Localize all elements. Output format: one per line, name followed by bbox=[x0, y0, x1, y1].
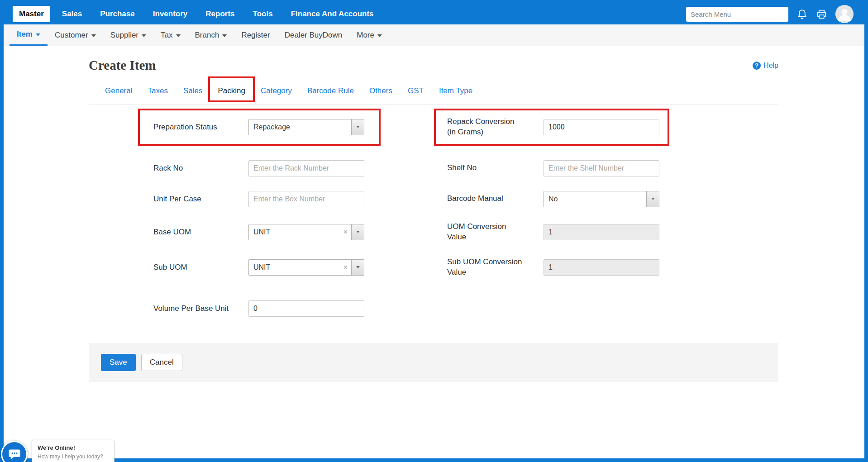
top-navigation-bar: Master Sales Purchase Inventory Reports … bbox=[4, 4, 864, 24]
topbar-right-group bbox=[686, 5, 854, 23]
tab-packing[interactable]: Packing bbox=[210, 83, 253, 99]
form-row: Base UOM UNIT × UOM Conversion Value bbox=[153, 222, 778, 243]
preparation-status-value: Repackage bbox=[253, 123, 351, 131]
uom-conversion-value-input bbox=[544, 224, 659, 240]
dropdown-arrow-icon[interactable] bbox=[646, 191, 659, 207]
unit-per-case-input[interactable] bbox=[248, 191, 364, 207]
topnav-item-reports[interactable]: Reports bbox=[199, 6, 241, 22]
tab-item-type[interactable]: Item Type bbox=[431, 83, 480, 99]
volume-per-base-unit-input[interactable] bbox=[248, 300, 364, 317]
dropdown-arrow-icon[interactable] bbox=[351, 224, 364, 240]
tab-others[interactable]: Others bbox=[362, 83, 400, 99]
base-uom-select[interactable]: UNIT × bbox=[248, 224, 364, 240]
subnav-item-label: Branch bbox=[195, 31, 219, 40]
subnav-item-label: Customer bbox=[55, 31, 88, 40]
barcode-manual-label: Barcode Manual bbox=[447, 194, 524, 204]
form-row: Unit Per Case Barcode Manual No bbox=[153, 191, 778, 207]
chat-status-text: We're Online! bbox=[38, 444, 109, 451]
main-content: Create Item ? Help General Taxes Sales P… bbox=[89, 58, 778, 382]
help-label: Help bbox=[763, 62, 778, 70]
cancel-button[interactable]: Cancel bbox=[141, 354, 182, 371]
help-link[interactable]: ? Help bbox=[753, 62, 778, 70]
subnav-item-more[interactable]: More bbox=[349, 24, 389, 46]
form-actions-bar: Save Cancel bbox=[89, 343, 778, 382]
dropdown-arrow-icon[interactable] bbox=[351, 260, 364, 275]
chevron-down-icon bbox=[142, 34, 146, 37]
subnav-item-customer[interactable]: Customer bbox=[48, 24, 103, 46]
chevron-down-icon bbox=[36, 33, 40, 36]
subnav-item-label: Tax bbox=[161, 31, 172, 40]
tab-packing-label: Packing bbox=[218, 86, 245, 95]
search-menu-input[interactable] bbox=[686, 7, 788, 22]
form-row: Rack No Shelf No bbox=[153, 160, 778, 176]
chevron-down-icon bbox=[176, 34, 181, 37]
form-row: Volume Per Base Unit bbox=[153, 300, 778, 317]
sub-uom-select[interactable]: UNIT × bbox=[248, 259, 364, 276]
chat-greeting-text: How may I help you today? bbox=[38, 453, 109, 460]
sub-uom-conversion-value-input bbox=[544, 259, 659, 276]
topnav-item-finance-and-accounts[interactable]: Finance And Accounts bbox=[285, 6, 380, 22]
base-uom-value: UNIT bbox=[253, 228, 340, 236]
subnav-item-item[interactable]: Item bbox=[10, 24, 48, 46]
volume-per-base-unit-label: Volume Per Base Unit bbox=[153, 304, 248, 313]
help-icon: ? bbox=[753, 62, 761, 70]
subnav-item-label: More bbox=[357, 31, 374, 40]
topnav-item-inventory[interactable]: Inventory bbox=[147, 6, 194, 22]
topnav-item-tools[interactable]: Tools bbox=[247, 6, 279, 22]
secondary-navigation-bar: Item Customer Supplier Tax Branch Regist… bbox=[4, 24, 864, 46]
sub-uom-label: Sub UOM bbox=[153, 263, 248, 272]
subnav-item-tax[interactable]: Tax bbox=[153, 24, 187, 46]
save-button[interactable]: Save bbox=[101, 354, 136, 371]
chat-status-bubble: We're Online! How may I help you today? bbox=[32, 440, 114, 462]
uom-conversion-value-label: UOM Conversion Value bbox=[447, 222, 524, 243]
dropdown-arrow-icon[interactable] bbox=[351, 119, 364, 135]
tab-taxes[interactable]: Taxes bbox=[140, 83, 175, 99]
subnav-item-label: Item bbox=[17, 30, 33, 39]
topnav-item-master[interactable]: Master bbox=[13, 6, 50, 22]
unit-per-case-label: Unit Per Case bbox=[153, 195, 248, 204]
form-row: Preparation Status Repackage Repack Conv… bbox=[153, 117, 778, 138]
subnav-item-label: Dealer BuyDown bbox=[285, 31, 343, 40]
clear-icon[interactable]: × bbox=[340, 228, 351, 236]
tab-category[interactable]: Category bbox=[253, 83, 300, 99]
tab-sales[interactable]: Sales bbox=[176, 83, 210, 99]
shelf-no-label: Shelf No bbox=[447, 163, 524, 173]
form-row: Sub UOM UNIT × Sub UOM Conversion Value bbox=[153, 257, 778, 278]
rack-no-label: Rack No bbox=[153, 164, 248, 173]
subnav-item-dealer-buydown[interactable]: Dealer BuyDown bbox=[277, 24, 350, 46]
page-title: Create Item bbox=[89, 58, 156, 73]
subnav-item-label: Register bbox=[241, 31, 270, 40]
base-uom-label: Base UOM bbox=[153, 228, 248, 237]
repack-conversion-input[interactable] bbox=[544, 119, 659, 135]
notifications-bell-icon[interactable] bbox=[796, 9, 808, 20]
preparation-status-select[interactable]: Repackage bbox=[248, 119, 364, 135]
rack-no-input[interactable] bbox=[248, 160, 364, 176]
topnav-item-sales[interactable]: Sales bbox=[56, 6, 88, 22]
chevron-down-icon bbox=[222, 34, 227, 37]
tab-barcode-rule[interactable]: Barcode Rule bbox=[300, 83, 362, 99]
user-avatar[interactable] bbox=[835, 5, 854, 23]
subnav-item-register[interactable]: Register bbox=[234, 24, 277, 46]
shelf-no-input[interactable] bbox=[544, 160, 659, 176]
sub-uom-conversion-value-label: Sub UOM Conversion Value bbox=[447, 257, 524, 278]
print-icon[interactable] bbox=[816, 9, 827, 20]
clear-icon[interactable]: × bbox=[340, 263, 351, 271]
barcode-manual-value: No bbox=[548, 195, 646, 203]
subnav-item-supplier[interactable]: Supplier bbox=[103, 24, 153, 46]
chevron-down-icon bbox=[377, 34, 382, 37]
live-chat-button[interactable] bbox=[1, 441, 28, 462]
tab-gst[interactable]: GST bbox=[400, 83, 431, 99]
subnav-item-branch[interactable]: Branch bbox=[188, 24, 234, 46]
preparation-status-label: Preparation Status bbox=[153, 123, 248, 132]
item-tabs: General Taxes Sales Packing Category Bar… bbox=[89, 78, 778, 105]
tab-general[interactable]: General bbox=[97, 83, 140, 99]
sub-uom-value: UNIT bbox=[253, 263, 340, 271]
repack-conversion-label: Repack Conversion (in Grams) bbox=[447, 117, 524, 138]
chat-bubble-icon bbox=[8, 448, 21, 461]
subnav-item-label: Supplier bbox=[110, 31, 138, 40]
chevron-down-icon bbox=[91, 34, 96, 37]
packing-form: Preparation Status Repackage Repack Conv… bbox=[89, 117, 778, 317]
barcode-manual-select[interactable]: No bbox=[544, 191, 659, 207]
topnav-item-purchase[interactable]: Purchase bbox=[94, 6, 141, 22]
